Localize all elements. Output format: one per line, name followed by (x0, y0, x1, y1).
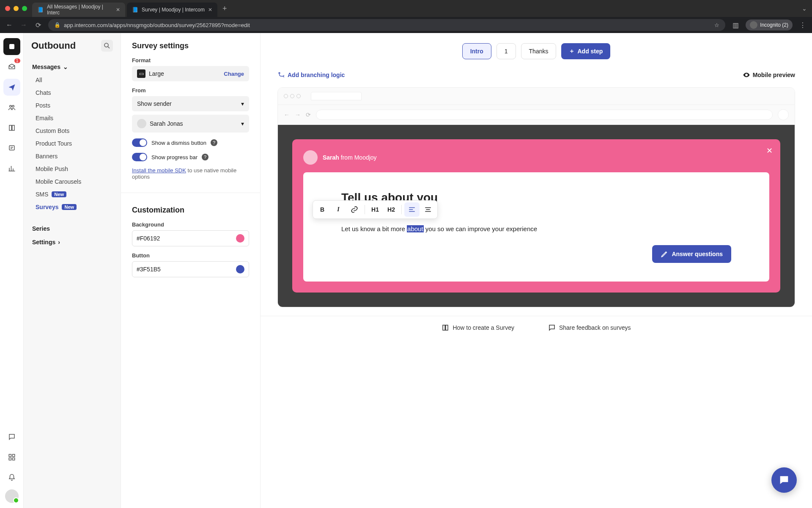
nav-label: SMS (36, 191, 48, 198)
close-tab-icon[interactable]: ✕ (208, 7, 212, 13)
help-icon[interactable]: ? (211, 139, 217, 146)
change-format-link[interactable]: Change (224, 71, 244, 77)
h2-button[interactable]: H2 (384, 202, 399, 217)
incognito-icon (750, 21, 757, 29)
help-icon[interactable]: ? (202, 154, 208, 160)
close-survey-icon[interactable]: ✕ (766, 146, 773, 155)
apps-nav[interactable] (3, 449, 20, 466)
progress-toggle[interactable] (132, 153, 147, 161)
messages-section-toggle[interactable]: Messages ⌄ (28, 60, 116, 74)
how-to-link[interactable]: How to create a Survey (442, 324, 514, 331)
h2-label: H2 (387, 206, 395, 213)
italic-button[interactable]: I (331, 202, 346, 217)
svg-rect-6 (9, 458, 11, 460)
sidebar-title: Outbound (31, 40, 76, 51)
operator-nav[interactable] (3, 140, 20, 157)
nav-posts[interactable]: Posts (28, 99, 116, 112)
minimize-window-icon[interactable] (14, 6, 19, 11)
nav-label: Chats (36, 89, 51, 96)
notifications-nav[interactable] (3, 469, 20, 486)
nav-all[interactable]: All (28, 74, 116, 86)
forward-icon[interactable]: → (19, 21, 28, 29)
brand-logo[interactable] (3, 38, 20, 55)
bold-button[interactable]: B (315, 202, 330, 217)
new-badge: New (62, 204, 77, 210)
browser-tab-active[interactable]: 📘 Survey | Moodjoy | Intercom ✕ (127, 3, 217, 17)
color-swatch[interactable] (236, 234, 244, 243)
nav-settings[interactable]: Settings › (28, 235, 116, 249)
app-root: 1 Outbound (0, 33, 812, 508)
reload-icon[interactable]: ⟳ (34, 21, 42, 29)
nav-label: Settings (32, 239, 55, 246)
show-sender-select[interactable]: Show sender ▾ (132, 96, 249, 111)
nav-emails[interactable]: Emails (28, 112, 116, 124)
expand-tabs-icon[interactable]: ⌄ (802, 5, 807, 12)
text-after: you so we can improve your experience (424, 225, 537, 232)
nav-mobile-carousels[interactable]: Mobile Carousels (28, 175, 116, 188)
outbound-nav[interactable] (3, 79, 20, 96)
button-color-input[interactable]: #3F51B5 (132, 261, 249, 277)
nav-chats[interactable]: Chats (28, 86, 116, 99)
survey-text[interactable]: Let us know a bit more about you so we c… (341, 224, 731, 234)
messenger-nav[interactable] (3, 428, 20, 445)
mobile-preview-link[interactable]: Mobile preview (743, 71, 795, 79)
canvas: Intro 1 Thanks ＋ Add step Add branching … (261, 33, 812, 508)
add-branching-link[interactable]: Add branching logic (277, 71, 345, 79)
svg-rect-5 (12, 454, 14, 456)
align-center-button[interactable] (420, 202, 436, 217)
add-step-button[interactable]: ＋ Add step (561, 43, 610, 59)
svg-rect-4 (9, 454, 11, 456)
step-intro[interactable]: Intro (462, 43, 491, 59)
new-tab-button[interactable]: + (222, 4, 227, 13)
close-window-icon[interactable] (5, 6, 10, 11)
browser-tab-inactive[interactable]: 📘 All Messages | Moodjoy | Interc ✕ (32, 3, 125, 17)
step-1[interactable]: 1 (497, 43, 516, 59)
contacts-nav[interactable] (3, 99, 20, 116)
text-format-toolbar: B I H1 H2 (313, 200, 438, 219)
nav-product-tours[interactable]: Product Tours (28, 137, 116, 150)
incognito-indicator[interactable]: Incognito (2) (746, 19, 793, 30)
nav-mobile-push[interactable]: Mobile Push (28, 163, 116, 175)
nav-series[interactable]: Series (28, 222, 116, 235)
intercom-launcher[interactable] (771, 467, 797, 493)
step-thanks[interactable]: Thanks (521, 43, 557, 59)
search-button[interactable] (101, 40, 113, 52)
url-input[interactable]: 🔒 app.intercom.com/a/apps/nnsgmgob/outbo… (48, 19, 725, 31)
add-step-label: Add step (577, 48, 603, 55)
nav-custom-bots[interactable]: Custom Bots (28, 124, 116, 137)
install-sdk-link[interactable]: Install the mobile SDK (132, 167, 186, 174)
link-button[interactable] (347, 202, 362, 217)
nav-label: Posts (36, 102, 50, 109)
window-controls[interactable] (5, 6, 27, 11)
color-swatch[interactable] (236, 265, 244, 273)
articles-nav[interactable] (3, 119, 20, 136)
separator (401, 205, 402, 214)
reports-nav[interactable] (3, 160, 20, 177)
svg-point-2 (12, 105, 14, 108)
sdk-hint: Install the mobile SDK to use native mob… (132, 167, 249, 180)
back-icon[interactable]: ← (5, 21, 14, 29)
settings-panel: Survey settings Format ▭ Large Change Fr… (121, 33, 261, 508)
align-left-button[interactable] (404, 202, 420, 217)
nav-banners[interactable]: Banners (28, 150, 116, 163)
fake-tab (311, 92, 362, 100)
maximize-window-icon[interactable] (22, 6, 27, 11)
tab-favicon: 📘 (37, 7, 44, 13)
divider (121, 193, 260, 193)
close-tab-icon[interactable]: ✕ (116, 7, 120, 13)
share-feedback-link[interactable]: Share feedback on surveys (548, 324, 631, 331)
extensions-icon[interactable]: ▥ (731, 21, 740, 29)
bookmark-icon[interactable]: ☆ (714, 22, 719, 28)
background-color-input[interactable]: #F06192 (132, 230, 249, 246)
tab-title: All Messages | Moodjoy | Interc (47, 4, 112, 16)
answer-questions-button[interactable]: Answer questions (652, 245, 731, 263)
h1-button[interactable]: H1 (368, 202, 383, 217)
sender-select[interactable]: Sarah Jonas ▾ (132, 115, 249, 133)
nav-sms[interactable]: SMS New (28, 188, 116, 201)
survey-body[interactable]: B I H1 H2 (303, 172, 769, 282)
user-avatar[interactable] (5, 489, 19, 503)
dismiss-toggle[interactable] (132, 138, 147, 147)
kebab-menu-icon[interactable]: ⋮ (798, 21, 807, 29)
nav-surveys[interactable]: Surveys New (28, 201, 116, 213)
inbox-nav[interactable]: 1 (3, 58, 20, 75)
